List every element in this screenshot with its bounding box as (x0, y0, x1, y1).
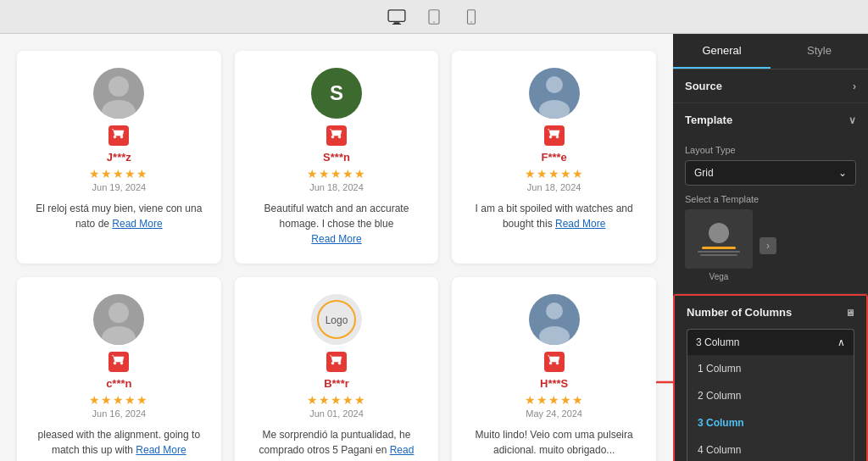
review-date: Jun 19, 2024 (92, 182, 147, 192)
columns-label: Number of Columns (687, 306, 792, 319)
tablet-device-button[interactable] (422, 8, 446, 26)
avatar: S (311, 68, 362, 119)
svg-point-19 (539, 326, 570, 345)
svg-point-18 (546, 303, 563, 319)
column-option-4[interactable]: 4 Column (687, 436, 854, 461)
template-thumb-lines (698, 247, 740, 256)
person-icon (93, 294, 144, 345)
person-icon (93, 68, 144, 119)
top-bar (0, 0, 868, 34)
person-icon (529, 294, 580, 345)
review-card: S S***n ★★★★★ Jun 18, 2024 Beautiful wat… (235, 51, 439, 264)
template-section-header[interactable]: Template ∨ (673, 103, 868, 136)
reviewer-name: J***z (107, 151, 131, 164)
stars: ★★★★★ (525, 393, 584, 407)
star-line (702, 247, 736, 249)
avatar: Logo (311, 294, 362, 345)
reviewer-name: c***n (106, 377, 131, 390)
layout-type-select[interactable]: Grid ⌄ (685, 160, 856, 186)
read-more-link[interactable]: Read More (311, 233, 361, 245)
template-label: Template (685, 114, 732, 126)
avatar (93, 294, 144, 345)
template-thumbnail[interactable] (685, 209, 753, 269)
review-date: Jun 01, 2024 (309, 408, 364, 419)
preview-area: J***z ★★★★★ Jun 19, 2024 El reloj está m… (0, 34, 673, 461)
monitor-icon: 🖥 (845, 308, 854, 318)
svg-point-6 (470, 21, 472, 23)
avatar (529, 294, 580, 345)
columns-chevron-up-icon: ∧ (837, 336, 845, 348)
desktop-device-button[interactable] (385, 8, 409, 26)
settings-panel: General Style Source › Template ∨ Layout… (673, 34, 868, 461)
svg-text:Logo: Logo (326, 314, 348, 326)
logo-avatar-icon: Logo (313, 296, 360, 343)
review-card: F***e ★★★★★ Jun 18, 2024 I am a bit spoi… (452, 51, 656, 264)
source-chevron-icon: › (853, 81, 856, 92)
columns-section: Number of Columns 🖥 3 Column ∧ 1 Column … (673, 294, 868, 461)
panel-tabs: General Style (673, 34, 868, 69)
layout-type-value: Grid (694, 167, 714, 179)
select-template-label: Select a Template (685, 194, 856, 204)
review-text: Beautiful watch and an accurate homage. … (248, 201, 426, 247)
columns-section-header[interactable]: Number of Columns 🖥 (675, 296, 866, 329)
stars: ★★★★★ (89, 167, 148, 181)
reviews-grid: J***z ★★★★★ Jun 19, 2024 El reloj está m… (17, 51, 656, 461)
svg-point-7 (108, 76, 129, 97)
svg-point-12 (102, 326, 136, 345)
review-card: Logo B***r ★★★★★ Jun 01, 2024 Me sorpren… (235, 277, 439, 461)
svg-rect-2 (392, 24, 402, 25)
columns-section-body: 3 Column ∧ 1 Column 2 Column 3 Column 4 … (675, 329, 866, 461)
tab-style[interactable]: Style (771, 34, 868, 69)
template-section: Template ∨ Layout Type Grid ⌄ Select a T… (673, 103, 868, 294)
review-date: Jun 18, 2024 (527, 182, 581, 192)
text-line-2 (700, 254, 737, 256)
svg-point-11 (108, 303, 129, 323)
review-text: Muito lindo! Veio com uma pulseira adici… (465, 427, 643, 458)
store-badge (326, 125, 347, 146)
column-option-1[interactable]: 1 Column (687, 355, 854, 382)
svg-point-8 (102, 100, 136, 119)
svg-rect-1 (393, 22, 399, 24)
template-section-body: Layout Type Grid ⌄ Select a Template (673, 145, 868, 293)
svg-point-9 (546, 76, 563, 93)
avatar (93, 68, 144, 119)
reviewer-name: S***n (323, 151, 350, 164)
stars: ★★★★★ (307, 167, 366, 181)
red-arrow-indicator (656, 369, 673, 398)
stars: ★★★★★ (525, 167, 584, 181)
template-name: Vega (709, 272, 729, 281)
source-section-header[interactable]: Source › (673, 69, 868, 103)
review-text: pleased with the alignment. going to mat… (31, 427, 208, 458)
column-option-3[interactable]: 3 Column (687, 409, 854, 436)
template-thumb-avatar (709, 223, 729, 243)
mobile-device-button[interactable] (459, 8, 483, 26)
read-more-link[interactable]: Read More (112, 218, 162, 230)
review-date: May 24, 2024 (526, 408, 582, 419)
columns-dropdown-list: 1 Column 2 Column 3 Column 4 Column (687, 355, 854, 461)
columns-dropdown-trigger[interactable]: 3 Column ∧ (687, 329, 854, 355)
review-text: I am a bit spoiled with watches and boug… (465, 201, 643, 231)
reviewer-name: H***S (540, 377, 568, 390)
text-line-1 (698, 251, 740, 253)
review-card: c***n ★★★★★ Jun 16, 2024 pleased with th… (17, 277, 221, 461)
template-chevron-icon: ∨ (849, 114, 856, 126)
svg-rect-0 (388, 9, 405, 21)
columns-current-value: 3 Column (696, 336, 739, 348)
tab-general[interactable]: General (673, 34, 771, 69)
review-date: Jun 16, 2024 (92, 408, 147, 419)
read-more-link[interactable]: Read More (555, 218, 605, 230)
reviewer-name: B***r (324, 377, 349, 390)
review-date: Jun 18, 2024 (309, 182, 364, 192)
template-next-arrow[interactable]: › (760, 237, 776, 254)
stars: ★★★★★ (307, 393, 366, 407)
avatar-initial: S (330, 81, 343, 105)
review-text: Me sorprendió la puntualidad, he comprad… (248, 427, 426, 461)
store-badge (544, 352, 565, 372)
store-badge (108, 352, 129, 372)
store-badge (544, 125, 565, 146)
svg-point-4 (433, 21, 435, 23)
column-option-2[interactable]: 2 Column (687, 382, 854, 409)
layout-type-chevron-icon: ⌄ (838, 167, 847, 179)
template-preview-area: Vega › (685, 209, 856, 281)
read-more-link[interactable]: Read More (136, 444, 186, 456)
